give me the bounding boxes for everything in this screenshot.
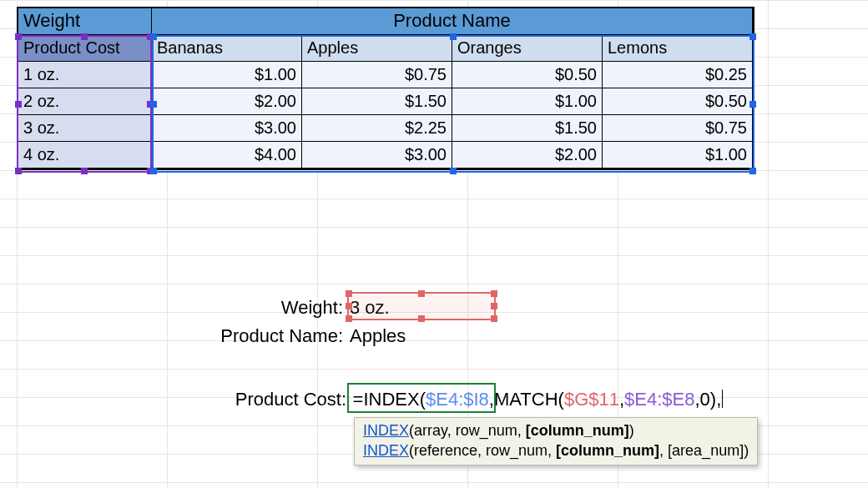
function-tooltip: INDEX(array, row_num, [column_num]) INDE… — [354, 417, 758, 465]
cell[interactable]: $0.50 — [452, 62, 603, 88]
tok-match: MATCH — [494, 389, 558, 410]
header-weight[interactable]: Weight — [18, 8, 152, 35]
cell[interactable]: $0.75 — [302, 62, 452, 88]
col-lemons[interactable]: Lemons — [603, 35, 753, 62]
cell[interactable]: $4.00 — [152, 142, 302, 169]
cell[interactable]: $1.50 — [302, 88, 452, 115]
tok-zero: 0 — [700, 389, 710, 410]
header-product-cost[interactable]: Product Cost — [18, 35, 152, 62]
product-name-label: Product Name: — [200, 325, 346, 347]
tok-index: INDEX — [363, 389, 419, 410]
product-cost-row: Product Cost: =INDEX($E4:$I8,MATCH($G$11… — [217, 386, 728, 413]
tok-range-blue: $E4:$I8 — [426, 389, 489, 410]
row-1oz[interactable]: 1 oz. — [18, 62, 152, 88]
tooltip-text: ) — [629, 422, 634, 439]
tooltip-text: (reference, row_num, — [409, 442, 556, 459]
col-apples[interactable]: Apples — [302, 35, 452, 62]
cell[interactable]: $0.50 — [603, 88, 753, 115]
tooltip-sig-1[interactable]: INDEX(array, row_num, [column_num]) — [363, 420, 749, 440]
weight-label: Weight: — [200, 297, 346, 319]
row-2oz[interactable]: 2 oz. — [18, 88, 152, 115]
tooltip-sig-2[interactable]: INDEX(reference, row_num, [column_num], … — [363, 440, 749, 460]
tooltip-current-arg: [column_num] — [526, 422, 629, 439]
tooltip-text: (array, row_num, — [409, 422, 526, 439]
product-name-value[interactable]: Apples — [346, 325, 497, 347]
row-4oz[interactable]: 4 oz. — [18, 142, 152, 169]
weight-value[interactable]: 3 oz. — [346, 297, 497, 319]
product-cost-label: Product Cost: — [217, 389, 346, 410]
spreadsheet-canvas[interactable]: Weight Product Name Product Cost Bananas… — [0, 0, 868, 488]
cell[interactable]: $1.00 — [603, 142, 753, 169]
col-oranges[interactable]: Oranges — [452, 35, 603, 62]
lookup-area: Weight: 3 oz. Product Name: Apples — [200, 294, 497, 350]
cell[interactable]: $2.00 — [452, 142, 603, 169]
cell[interactable]: $0.75 — [603, 115, 753, 142]
tok-eq: = — [353, 389, 364, 410]
tooltip-fn-link[interactable]: INDEX — [363, 442, 409, 459]
tooltip-current-arg: [column_num] — [556, 442, 659, 459]
row-3oz[interactable]: 3 oz. — [18, 115, 152, 142]
cell[interactable]: $3.00 — [152, 115, 302, 142]
formula-editor[interactable]: =INDEX($E4:$I8,MATCH($G$11,$E4:$E8,0), — [351, 386, 729, 413]
tok-range-purple: $E4:$E8 — [624, 389, 694, 410]
cell[interactable]: $3.00 — [302, 142, 452, 169]
tooltip-fn-link[interactable]: INDEX — [363, 422, 409, 439]
price-table: Weight Product Name Product Cost Bananas… — [17, 7, 754, 170]
cell[interactable]: $1.00 — [452, 88, 603, 115]
header-product-name[interactable]: Product Name — [152, 8, 753, 35]
col-bananas[interactable]: Bananas — [152, 35, 302, 62]
tok-lparen2: ( — [558, 389, 564, 410]
cell[interactable]: $2.25 — [302, 115, 452, 142]
cell[interactable]: $1.00 — [152, 62, 302, 88]
text-caret — [722, 390, 723, 408]
tok-range-red: $G$11 — [564, 389, 619, 410]
tok-lparen: ( — [420, 389, 426, 410]
cell[interactable]: $1.50 — [452, 115, 603, 142]
tooltip-text: , [area_num]) — [659, 442, 749, 459]
cell[interactable]: $2.00 — [152, 88, 302, 115]
cell[interactable]: $0.25 — [603, 62, 753, 88]
tok-comma4: , — [716, 389, 721, 410]
